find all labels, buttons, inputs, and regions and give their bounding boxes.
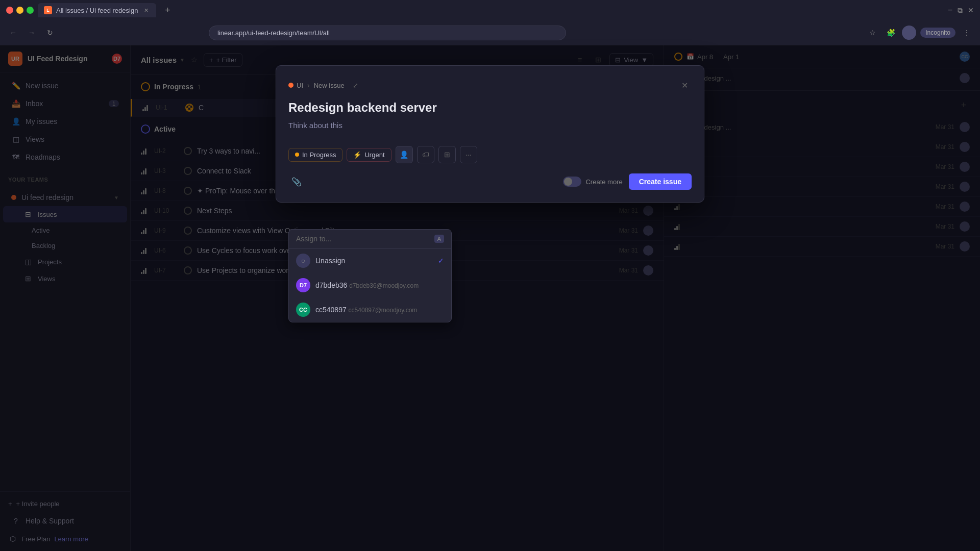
new-issue-modal: UI › New issue ⤢ ✕ Redesign backend serv…	[276, 65, 704, 203]
modal-title[interactable]: Redesign backend server	[288, 101, 692, 115]
user-option-0[interactable]: D7 d7bdeb36 d7bdeb36@moodjoy.com	[289, 273, 451, 297]
modal-header: UI › New issue ⤢ ✕	[288, 78, 692, 92]
user-email-1: cc540897@moodjoy.com	[349, 307, 418, 314]
status-tag[interactable]: In Progress	[288, 148, 342, 162]
unassign-avatar: ○	[296, 254, 310, 268]
modal-overlay[interactable]: UI › New issue ⤢ ✕ Redesign backend serv…	[0, 45, 980, 551]
modal-breadcrumb: New issue	[314, 82, 345, 89]
minimize-window-icon[interactable]: −	[948, 6, 952, 15]
restore-window-icon[interactable]: ⧉	[958, 6, 963, 15]
incognito-badge: Incognito	[920, 28, 955, 38]
user-avatar-1: CC	[296, 303, 310, 317]
back-btn[interactable]: ←	[6, 26, 20, 40]
assign-dropdown: A ○ Unassign ✓ D7 d7bdeb36 d7bdeb36@mood…	[288, 229, 452, 322]
modal-team-color	[288, 83, 293, 88]
user-avatar-0: D7	[296, 278, 310, 292]
user-option-1[interactable]: CC cc540897 cc540897@moodjoy.com	[289, 297, 451, 322]
assign-kbd: A	[434, 235, 444, 243]
modal-close-btn[interactable]: ✕	[677, 78, 692, 92]
user-email-0: d7bdeb36@moodjoy.com	[349, 282, 419, 289]
toggle-knob	[564, 178, 572, 186]
url-bar[interactable]: linear.app/ui-feed-redesign/team/UI/all	[209, 26, 566, 40]
user-name-1: cc540897	[315, 306, 347, 314]
more-icon: ···	[465, 151, 472, 159]
browser-tab[interactable]: L All issues / Ui feed redesign ✕	[38, 3, 156, 17]
person-icon: 👤	[400, 151, 408, 159]
menu-icon[interactable]: ⋮	[960, 26, 974, 40]
modal-expand-btn[interactable]: ⤢	[349, 78, 363, 92]
browser-actions: ☆ 🧩 Incognito ⋮	[865, 26, 974, 40]
modal-description[interactable]: Think about this	[288, 121, 692, 130]
browser-titlebar: L All issues / Ui feed redesign ✕ + − ⧉ …	[0, 0, 980, 20]
priority-label: Urgent	[364, 151, 384, 159]
browser-chrome: L All issues / Ui feed redesign ✕ + − ⧉ …	[0, 0, 980, 45]
browser-controls	[6, 7, 34, 14]
status-label: In Progress	[302, 151, 336, 159]
modal-toolbar: In Progress ⚡ Urgent 👤 🏷 ⊞ ···	[288, 146, 692, 163]
create-more-label: Create more	[585, 178, 622, 186]
tab-favicon: L	[44, 6, 52, 14]
assignee-btn[interactable]: 👤	[396, 146, 413, 163]
browser-close-btn[interactable]	[6, 7, 13, 14]
modules-btn[interactable]: ⊞	[438, 146, 456, 163]
paperclip-icon: 📎	[291, 177, 302, 187]
tab-title: All issues / Ui feed redesign	[56, 7, 138, 14]
forward-btn[interactable]: →	[24, 26, 39, 40]
attach-btn[interactable]: 📎	[288, 173, 305, 190]
new-tab-btn[interactable]: +	[160, 3, 175, 17]
close-window-icon[interactable]: ✕	[968, 6, 974, 14]
unassign-option[interactable]: ○ Unassign ✓	[289, 248, 451, 273]
modal-team-label: UI	[297, 82, 303, 89]
more-options-btn[interactable]: ···	[460, 146, 477, 163]
create-issue-btn[interactable]: Create issue	[629, 173, 692, 190]
modal-footer: 📎 Create more Create issue	[288, 173, 692, 190]
create-more-switch[interactable]	[563, 177, 581, 187]
breadcrumb-separator: ›	[307, 81, 310, 89]
browser-maximize-btn[interactable]	[27, 7, 34, 14]
browser-minimize-btn[interactable]	[16, 7, 23, 14]
bookmark-icon[interactable]: ☆	[865, 26, 879, 40]
tab-close-icon[interactable]: ✕	[142, 6, 150, 14]
modal-team-badge: UI	[288, 82, 303, 89]
unassign-label: Unassign	[315, 257, 433, 265]
reload-btn[interactable]: ↻	[43, 26, 57, 40]
label-btn[interactable]: 🏷	[417, 146, 434, 163]
assign-search-input[interactable]	[296, 235, 430, 243]
label-icon: 🏷	[422, 151, 429, 159]
user-name-0: d7bdeb36	[315, 281, 347, 289]
extension-icon[interactable]: 🧩	[884, 26, 898, 40]
status-dot	[295, 153, 299, 157]
browser-toolbar: ← → ↻ linear.app/ui-feed-redesign/team/U…	[0, 20, 980, 45]
priority-icon: ⚡	[353, 151, 361, 159]
unassign-check: ✓	[438, 257, 444, 265]
assign-search-row: A	[289, 230, 451, 248]
create-more-toggle: Create more	[563, 177, 622, 187]
priority-tag[interactable]: ⚡ Urgent	[347, 148, 391, 162]
grid-icon: ⊞	[444, 151, 450, 159]
url-text: linear.app/ui-feed-redesign/team/UI/all	[217, 29, 330, 37]
profile-btn[interactable]	[902, 26, 916, 40]
